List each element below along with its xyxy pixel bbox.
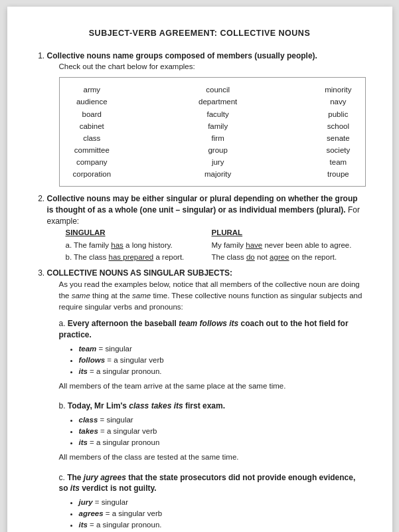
page: SUBJECT-VERB AGREEMENT: COLLECTIVE NOUNS… <box>7 7 392 532</box>
bullet-c-3: its = a singular pronoun. <box>79 519 366 530</box>
noun-col-2: council department faculty family firm g… <box>199 84 237 179</box>
noun-col-1: army audience board cabinet class commit… <box>73 84 112 179</box>
bullet-a-1: team = singular <box>79 343 366 354</box>
example-c-label: c. The jury agrees that the state prosec… <box>59 472 366 495</box>
sp-row-b-right: The class do not agree on the report. <box>212 252 337 262</box>
section3-desc: As you read the examples below, notice t… <box>59 279 366 313</box>
example-b-note: All members of the class are tested at t… <box>59 452 366 462</box>
main-list: Collective nouns name groups composed of… <box>34 50 366 533</box>
example-a-note: All members of the team arrive at the sa… <box>59 381 366 391</box>
bullet-a-2: follows = a singular verb <box>79 355 366 365</box>
bullet-c-2: agrees = a singular verb <box>79 508 366 519</box>
example-b-label: b. Today, Mr Lim's class takes its first… <box>59 400 366 412</box>
bullet-a-3: its = a singular pronoun. <box>79 366 366 377</box>
bullet-b-2: takes = a singular verb <box>79 426 366 436</box>
sp-row-b: b. The class has prepared a report. The … <box>66 252 366 262</box>
section-1: Collective nouns name groups composed of… <box>47 50 366 187</box>
noun-chart: army audience board cabinet class commit… <box>59 77 366 187</box>
example-a-label: a. Every afternoon the baseball team fol… <box>59 318 366 341</box>
section3-header: COLLECTIVE NOUNS AS SINGULAR SUBJECTS: <box>47 268 233 278</box>
example-a: a. Every afternoon the baseball team fol… <box>47 318 366 391</box>
example-c-bullets: jury = singular agrees = a singular verb… <box>79 497 366 530</box>
section-3: COLLECTIVE NOUNS AS SINGULAR SUBJECTS: A… <box>47 268 366 532</box>
sp-header-row: SINGULAR PLURAL <box>66 227 366 238</box>
sp-row-a-right: My family have never been able to agree. <box>212 240 352 250</box>
bullet-b-3: its = a singular pronoun <box>79 437 366 448</box>
section-2: Collective nouns may be either singular … <box>47 193 366 262</box>
noun-col-3: minority navy public school senate socie… <box>325 84 351 179</box>
example-b: b. Today, Mr Lim's class takes its first… <box>47 400 366 462</box>
section2-header: Collective nouns may be either singular … <box>47 194 358 215</box>
example-b-bullets: class = singular takes = a singular verb… <box>79 414 366 448</box>
sp-row-a: a. The family has a long history. My fam… <box>66 240 366 250</box>
section1-header: Collective nouns name groups composed of… <box>47 51 317 60</box>
singular-plural-block: SINGULAR PLURAL a. The family has a long… <box>66 227 366 262</box>
plural-label: PLURAL <box>212 227 243 238</box>
bullet-c-1: jury = singular <box>79 497 366 507</box>
page-title: SUBJECT-VERB AGREEMENT: COLLECTIVE NOUNS <box>34 28 366 40</box>
section1-sub: Check out the chart below for examples: <box>59 61 366 72</box>
example-c: c. The jury agrees that the state prosec… <box>47 472 366 533</box>
sp-row-a-left: a. The family has a long history. <box>66 240 212 250</box>
sp-row-b-left: b. The class has prepared a report. <box>66 252 212 262</box>
singular-label: SINGULAR <box>66 227 212 238</box>
example-a-bullets: team = singular follows = a singular ver… <box>79 343 366 377</box>
bullet-b-1: class = singular <box>79 414 366 425</box>
